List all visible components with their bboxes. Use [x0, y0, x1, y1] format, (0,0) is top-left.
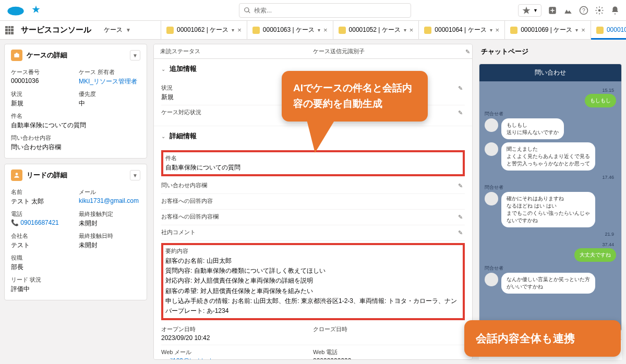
nav-tab-primary[interactable]: ケース ▼ — [99, 21, 161, 40]
section-title: 追加情報 — [170, 64, 197, 74]
annotation-callout-1: AIでケースの件名と会話内容の要約を自動生成 — [282, 71, 428, 122]
svg-text:?: ? — [582, 7, 585, 13]
search-icon — [244, 7, 251, 14]
collapse-button[interactable]: ▼ — [130, 170, 140, 180]
svg-point-4 — [598, 9, 601, 11]
chat-message: 17.46 — [485, 174, 616, 181]
field-label: メール — [79, 188, 140, 196]
owner-link[interactable]: MKI_リソース管理者 — [79, 77, 140, 86]
workspace-tab[interactable]: 00001062 | ケース▾× — [161, 21, 247, 40]
close-icon[interactable]: × — [410, 26, 414, 34]
field-label: Web 電話 — [313, 348, 465, 356]
close-icon[interactable]: × — [581, 26, 585, 34]
web-mail-link[interactable]: mail123@test.test — [161, 357, 313, 360]
workspace-tab[interactable]: 00001064 | ケース▾× — [419, 21, 505, 40]
section-detailed: ⌄ 詳細情報 件名 自動車保険についての質問 問い合わせ内容欄✎ お客様への回答… — [154, 126, 472, 360]
close-icon[interactable]: × — [323, 26, 328, 34]
tab-label: 00001063 | ケース — [263, 26, 315, 34]
field-label: Web メール — [161, 348, 313, 356]
case-icon — [166, 27, 174, 34]
field-label: 問い合わせ内容 — [11, 134, 140, 142]
field-value: 評価中 — [11, 285, 73, 294]
left-sidebar: ケースの詳細 ▼ ケース番号00001036 ケース 所有者MKI_リソース管理… — [0, 40, 151, 364]
chat-message: 21.9 — [485, 230, 616, 238]
close-icon[interactable]: × — [237, 26, 242, 34]
header-actions: ▼ ? — [518, 4, 620, 17]
waffle-icon — [5, 26, 14, 34]
field-label: クローズ日時 — [313, 325, 465, 333]
timestamp: 17.46 — [602, 175, 614, 180]
section-title: 詳細情報 — [170, 131, 197, 141]
app-launcher[interactable] — [0, 26, 19, 34]
avatar — [485, 142, 498, 156]
chat-message: 問合せ者確かにそれはありますねなるほどね はい はいまでもこのくらい強ったらいん… — [485, 184, 616, 227]
svg-rect-6 — [16, 53, 18, 54]
case-icon — [596, 27, 604, 34]
workspace-tab[interactable]: 00001036 | ケース▾× — [591, 21, 626, 40]
add-icon[interactable] — [548, 6, 557, 15]
field-value: 未開封 — [79, 219, 140, 228]
timestamp: 15.15 — [602, 88, 614, 93]
chevron-down-icon: ▾ — [575, 27, 578, 33]
search-input[interactable] — [254, 7, 406, 14]
chat-bubble: 確かにそれはありますねなるほどね はい はいまでもこのくらい強ったらいんじゃない… — [501, 192, 595, 227]
phone-link[interactable]: 📞 09016687421 — [11, 219, 73, 226]
field-value: テスト 太郎 — [11, 197, 73, 206]
field-label: ケース 所有者 — [79, 68, 140, 76]
highlight-subject: 件名 自動車保険についての質問 — [161, 150, 465, 176]
edit-icon[interactable]: ✎ — [458, 110, 463, 116]
svg-point-7 — [16, 173, 18, 175]
tab-label: 00001069 | ケース — [521, 26, 572, 34]
global-search[interactable] — [239, 3, 411, 18]
close-icon[interactable]: × — [496, 26, 500, 34]
field-label: 会社名 — [11, 232, 73, 240]
avatar — [485, 273, 498, 286]
help-icon[interactable]: ? — [579, 6, 588, 15]
app-navigation: サービスコンソール ケース ▼ 00001062 | ケース▾×00001063… — [0, 21, 626, 40]
collapse-button[interactable]: ▼ — [130, 50, 140, 60]
chat-header: 問い合わせ — [479, 64, 621, 81]
chevron-down-icon: ▾ — [318, 27, 320, 33]
field-label: 名前 — [11, 188, 73, 196]
edit-icon[interactable]: ✎ — [458, 85, 463, 92]
field-value: 新規 — [11, 99, 73, 108]
trailhead-icon[interactable] — [563, 6, 573, 15]
app-name: サービスコンソール — [19, 25, 99, 35]
case-icon — [510, 27, 517, 34]
favorites-button[interactable]: ▼ — [518, 4, 541, 17]
field-value: 自動車保険についての質問 — [11, 121, 140, 130]
chat-message: 問合せ者なんか優しい言葉とか笑っといた方がいいですかね — [485, 265, 616, 294]
edit-icon[interactable]: ✎ — [458, 183, 463, 189]
case-icon — [339, 27, 346, 34]
field-label: オープン日時 — [161, 325, 313, 333]
field-value: 部長 — [11, 263, 73, 272]
edit-icon[interactable]: ✎ — [458, 214, 463, 221]
field-label: 優先度 — [79, 90, 140, 98]
field-label: 電話 — [11, 210, 73, 218]
sender-label: 問合せ者 — [485, 265, 503, 272]
case-detail-card: ケースの詳細 ▼ ケース番号00001036 ケース 所有者MKI_リソース管理… — [4, 44, 147, 159]
field-label: 最終接触日時 — [79, 232, 140, 240]
workspace-tab[interactable]: 00001052 | ケース▾× — [333, 21, 419, 40]
email-link[interactable]: kiku1731@gmail.com — [79, 197, 140, 204]
chevron-down-icon: ⌄ — [161, 134, 165, 139]
highlight-summary: 要約内容 顧客のお名前: 山田太郎質問内容: 自動車保険の種類について詳しく教え… — [161, 243, 465, 320]
field-label: 問い合わせ内容欄 — [161, 181, 465, 189]
edit-icon[interactable]: ✎ — [458, 229, 463, 236]
chevron-down-icon: ▾ — [490, 27, 492, 33]
star-decor-icon — [29, 5, 41, 16]
lead-icon — [11, 169, 22, 181]
field-label: ケース番号 — [11, 68, 73, 76]
field-label: 最終接触判定 — [79, 210, 140, 218]
bell-icon[interactable] — [610, 6, 620, 15]
chevron-down-icon: ▼ — [126, 27, 131, 33]
edit-icon[interactable]: ✎ — [465, 48, 470, 55]
chat-message: 聞こえましたよくよく見たらあんまり近くで見ると苦労入っちゃうかなかとか思って — [485, 142, 616, 171]
field-value: 中 — [79, 99, 140, 108]
tab-label: 00001036 | ケース — [607, 26, 626, 34]
workspace-tab[interactable]: 00001069 | ケース▾× — [505, 21, 591, 40]
workspace-tab[interactable]: 00001063 | ケース▾× — [247, 21, 333, 40]
timestamp: 37.44 — [602, 242, 614, 247]
gear-icon[interactable] — [595, 6, 604, 15]
case-icon — [424, 27, 431, 34]
